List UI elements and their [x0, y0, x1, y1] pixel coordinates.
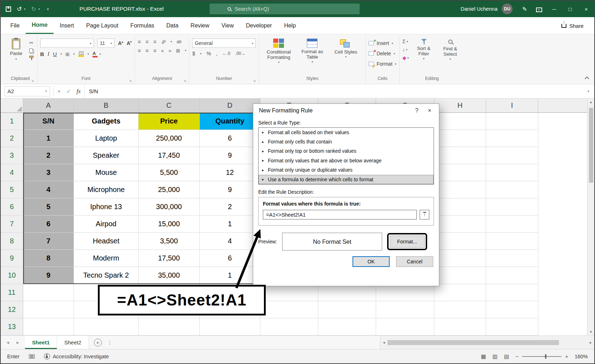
row-header-12[interactable]: 12 — [1, 301, 23, 318]
cell[interactable] — [434, 216, 486, 233]
align-right-icon[interactable]: ≡ — [153, 47, 156, 54]
cell[interactable] — [23, 301, 74, 318]
cell[interactable] — [200, 318, 260, 335]
sheet-nav-left-icon[interactable]: ◄ — [6, 340, 10, 345]
page-layout-view-icon[interactable]: ▥ — [492, 353, 498, 360]
redo-dropdown-icon[interactable]: ▾ — [39, 7, 40, 11]
cell[interactable] — [486, 250, 538, 267]
cell[interactable] — [318, 284, 376, 301]
cell-styles-button[interactable]: Cell Styles ▾ — [329, 37, 362, 59]
cell[interactable] — [486, 301, 538, 318]
row-header-4[interactable]: 4 — [1, 164, 23, 181]
cell-A8[interactable]: 7 — [23, 233, 74, 250]
accessibility-status[interactable]: Accessibility: Investigate — [44, 353, 109, 359]
cell[interactable] — [486, 113, 538, 130]
increase-font-icon[interactable]: A▴ — [118, 40, 123, 46]
ink-pen-icon[interactable]: ✎ — [518, 6, 532, 12]
cell-C10[interactable]: 35,000 — [139, 267, 200, 284]
cell-D10[interactable]: 1 — [200, 267, 260, 284]
cell[interactable] — [486, 216, 538, 233]
bold-icon[interactable]: B — [40, 51, 44, 57]
sheet-tab-sheet2[interactable]: Sheet2 — [57, 336, 89, 349]
cell[interactable] — [434, 284, 486, 301]
avatar[interactable]: DU — [502, 4, 512, 14]
decrease-indent-icon[interactable]: « — [161, 48, 164, 54]
cell-C3[interactable]: 17,450 — [139, 147, 200, 164]
align-middle-icon[interactable]: ≡ — [146, 39, 149, 45]
align-center-icon[interactable]: ≡ — [146, 47, 149, 54]
cell[interactable] — [486, 233, 538, 250]
find-select-button[interactable]: Find & Select ▾ — [439, 37, 462, 61]
cell[interactable] — [434, 198, 486, 216]
alignment-dialog-launcher-icon[interactable]: ↘ — [183, 79, 186, 82]
cell[interactable] — [486, 164, 538, 181]
copy-icon[interactable] — [29, 49, 33, 53]
undo-dropdown-icon[interactable]: ▾ — [24, 7, 25, 11]
rule-type-option-4[interactable]: ►Format only values that are above or be… — [259, 156, 434, 165]
number-dialog-launcher-icon[interactable]: ↘ — [253, 79, 256, 82]
cell[interactable] — [318, 318, 376, 335]
cell[interactable] — [486, 147, 538, 164]
search-input[interactable] — [235, 6, 342, 12]
row-header-3[interactable]: 3 — [1, 147, 23, 164]
sort-filter-button[interactable]: Sort & Filter ▾ — [412, 37, 435, 61]
font-size-combobox[interactable]: 11▾ — [98, 39, 115, 48]
formula-bar-content[interactable]: S/N — [84, 84, 584, 98]
row-header-8[interactable]: 8 — [1, 233, 23, 250]
confirm-entry-icon[interactable]: ✓ — [66, 88, 71, 95]
horizontal-scroll-thumb[interactable] — [388, 340, 559, 345]
cell[interactable] — [434, 301, 486, 318]
cell-C2[interactable]: 250,000 — [139, 130, 200, 147]
cell-B9[interactable]: Moderm — [74, 250, 139, 267]
cut-icon[interactable]: ✂ — [29, 40, 34, 46]
cell[interactable] — [486, 198, 538, 216]
dialog-close-icon[interactable]: × — [423, 107, 436, 114]
cell[interactable] — [434, 233, 486, 250]
cell[interactable] — [434, 267, 486, 284]
increase-decimal-icon[interactable]: ←.0 — [222, 51, 230, 56]
font-color-icon[interactable]: A — [92, 51, 96, 57]
sheet-nav-right-icon[interactable]: ► — [16, 340, 20, 345]
macro-record-icon[interactable] — [29, 354, 35, 359]
row-header-1[interactable]: 1 — [1, 113, 23, 130]
minimize-button[interactable]: ─ — [546, 1, 562, 17]
paste-dropdown-icon[interactable]: ▾ — [15, 57, 17, 61]
new-sheet-icon[interactable]: + — [94, 339, 102, 347]
scroll-right-icon[interactable]: ► — [587, 341, 594, 344]
font-name-combobox[interactable]: ▾ — [40, 39, 94, 48]
cell-B7[interactable]: Airpod — [74, 216, 139, 233]
row-header-13[interactable]: 13 — [1, 318, 23, 335]
dialog-help-icon[interactable]: ? — [410, 107, 423, 114]
cell[interactable] — [376, 318, 434, 335]
cell-C7[interactable]: 15,000 — [139, 216, 200, 233]
cell-A9[interactable]: 8 — [23, 250, 74, 267]
zoom-slider-thumb[interactable] — [545, 354, 546, 359]
cell-C9[interactable]: 17,500 — [139, 250, 200, 267]
merge-center-icon[interactable]: ⊞ — [176, 48, 180, 54]
fill-down-icon[interactable]: ↓ ▾ — [402, 47, 409, 52]
cell-B5[interactable]: Microphone — [74, 181, 139, 198]
zoom-in-icon[interactable]: + — [565, 353, 568, 359]
cell-D4[interactable]: 12 — [200, 164, 260, 181]
cell-D3[interactable]: 9 — [200, 147, 260, 164]
cell-B10[interactable]: Tecno Spark 2 — [74, 267, 139, 284]
cell[interactable] — [486, 267, 538, 284]
cell-B4[interactable]: Mouse — [74, 164, 139, 181]
cancel-entry-icon[interactable]: × — [58, 88, 61, 94]
horizontal-scrollbar[interactable]: ◄ ► — [380, 336, 594, 349]
row-header-5[interactable]: 5 — [1, 181, 23, 198]
customize-qat-icon[interactable]: ▾ — [47, 7, 49, 11]
cell-A10[interactable]: 9 — [23, 267, 74, 284]
cell-A7[interactable]: 6 — [23, 216, 74, 233]
ok-button[interactable]: OK — [352, 256, 390, 267]
sheet-tab-sheet1[interactable]: Sheet1 — [25, 336, 57, 349]
insert-cells-button[interactable]: Insert▾ — [369, 39, 396, 47]
font-name-input[interactable] — [43, 40, 90, 46]
column-header-A[interactable]: A — [23, 98, 74, 113]
cell[interactable] — [486, 130, 538, 147]
rule-formula-input[interactable] — [263, 210, 417, 219]
name-box[interactable]: A2▾ — [4, 86, 50, 96]
clear-icon[interactable]: ◆ ▾ — [402, 55, 409, 61]
rule-type-option-3[interactable]: ►Format only top or bottom ranked values — [259, 147, 434, 156]
column-header-I[interactable]: I — [486, 98, 538, 113]
